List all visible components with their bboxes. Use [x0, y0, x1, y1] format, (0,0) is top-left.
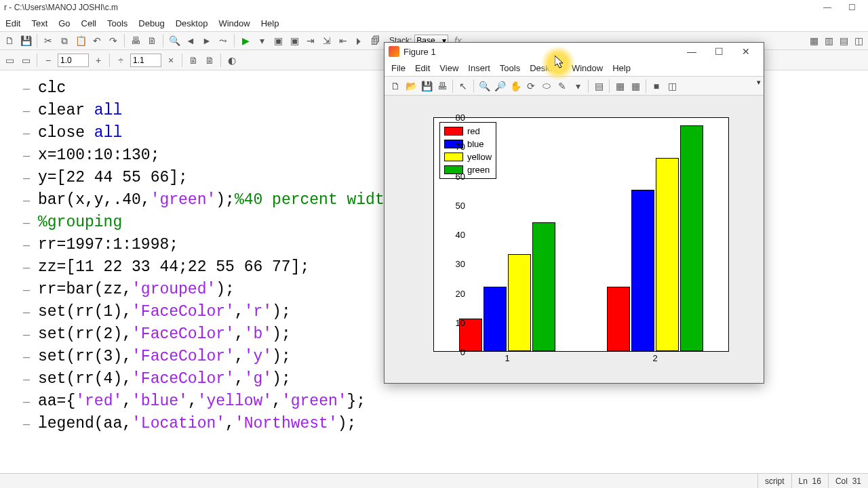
menu-debug[interactable]: Debug	[138, 18, 164, 28]
bar-green[interactable]	[532, 222, 555, 351]
divide-icon[interactable]: ÷	[114, 54, 127, 67]
goto-icon[interactable]: ⤳	[216, 34, 230, 47]
ytick: 20	[448, 288, 465, 298]
find-icon[interactable]: 🔍	[167, 34, 181, 47]
brush-icon[interactable]: ✎	[555, 79, 569, 93]
bar-blue[interactable]	[631, 190, 654, 351]
menu-go[interactable]: Go	[58, 18, 70, 28]
colorbar-icon[interactable]: ▤	[592, 79, 606, 93]
matlab-icon	[389, 46, 399, 57]
fig-open-icon[interactable]: 📂	[404, 79, 418, 93]
print-preview-icon[interactable]: 🗎	[145, 34, 159, 47]
menu-window[interactable]: Window	[218, 18, 250, 28]
axes-props-icon[interactable]: ▦	[629, 79, 642, 93]
pan-icon[interactable]: ✋	[509, 79, 522, 93]
bar-blue[interactable]	[484, 287, 507, 351]
ytick: 10	[448, 317, 465, 327]
copy-icon[interactable]: ⧉	[58, 34, 71, 47]
bar-green[interactable]	[680, 125, 703, 351]
bar-yellow[interactable]	[656, 158, 679, 351]
zoom-in-icon[interactable]: 🔍	[477, 79, 491, 93]
print-icon[interactable]: 🖶	[129, 34, 142, 47]
menu-tools[interactable]: Tools	[107, 18, 127, 28]
legend-item-yellow[interactable]: yellow	[444, 150, 492, 163]
times-icon[interactable]: ×	[164, 54, 178, 67]
run-section-icon[interactable]: ▣	[271, 34, 285, 47]
data-cursor-icon[interactable]: ⬭	[540, 79, 553, 93]
stack-icon[interactable]: 🗐	[369, 34, 382, 47]
fig-chevron-icon[interactable]: ▾	[757, 78, 761, 87]
main-titlebar: r - C:\Users\MANOJ JOSHI\c.m — ☐	[0, 0, 868, 15]
layout-3-icon[interactable]: ▤	[837, 34, 850, 47]
plot-area: redblueyellowgreen 01020304050607080 12	[384, 96, 764, 383]
bar-yellow[interactable]	[508, 254, 531, 351]
fig-new-icon[interactable]: 🗋	[389, 79, 402, 93]
menu-desktop[interactable]: Desktop	[176, 18, 208, 28]
ytick: 30	[448, 259, 465, 269]
fig-minimize-button[interactable]: —	[678, 44, 705, 59]
status-col: Col 31	[828, 474, 868, 488]
bar-red[interactable]	[607, 287, 630, 351]
layout-1-icon[interactable]: ▦	[807, 34, 821, 47]
main-menubar: EditTextGoCellToolsDebugDesktopWindowHel…	[0, 15, 868, 31]
ytick: 80	[448, 113, 465, 123]
step-icon[interactable]: ⇲	[320, 34, 334, 47]
menu-text[interactable]: Text	[31, 18, 47, 28]
run-icon[interactable]: ▶	[239, 34, 252, 47]
menu-edit[interactable]: Edit	[5, 18, 20, 28]
profiler-icon[interactable]: ◐	[225, 54, 239, 67]
cut-icon[interactable]: ✂	[41, 34, 55, 47]
redo-icon[interactable]: ↷	[106, 34, 120, 47]
publish-settings-icon[interactable]: 🗎	[203, 54, 216, 67]
figure-window[interactable]: Figure 1 — ☐ ✕ FileEditViewInsertToolsDe…	[384, 42, 764, 384]
fig-save-icon[interactable]: 💾	[420, 79, 433, 93]
figmenu-file[interactable]: File	[391, 63, 406, 73]
nav-back-icon[interactable]: ◄	[184, 34, 197, 47]
figmenu-desktop[interactable]: Desktop	[530, 63, 562, 73]
save-icon[interactable]: 💾	[19, 34, 33, 47]
step-out-icon[interactable]: ⇤	[336, 34, 350, 47]
show-tools-icon[interactable]: ◫	[665, 79, 679, 93]
cell-next-icon[interactable]: ▭	[19, 54, 33, 67]
legend-item-red[interactable]: red	[444, 125, 492, 138]
paste-icon[interactable]: 📋	[74, 34, 87, 47]
figmenu-insert[interactable]: Insert	[468, 63, 490, 73]
breakpoint-clear-icon[interactable]: ▣	[288, 34, 301, 47]
figmenu-edit[interactable]: Edit	[415, 63, 430, 73]
cell-prev-icon[interactable]: ▭	[3, 54, 16, 67]
plus-icon[interactable]: +	[92, 54, 105, 67]
zoom-box-2[interactable]: 1.1	[130, 54, 161, 67]
zoom-out-icon[interactable]: 🔎	[493, 79, 507, 93]
fig-close-button[interactable]: ✕	[732, 44, 760, 59]
dock-icon[interactable]: ◫	[852, 34, 865, 47]
axes[interactable]: redblueyellowgreen	[433, 117, 729, 352]
publish-icon[interactable]: 🗎	[186, 54, 200, 67]
statusbar: script Ln 16 Col 31	[0, 473, 868, 488]
legend-icon[interactable]: ▦	[613, 79, 627, 93]
new-icon[interactable]: 🗋	[3, 34, 16, 47]
zoom-box-1[interactable]: 1.0	[58, 54, 89, 67]
menu-help[interactable]: Help	[261, 18, 279, 28]
continue-icon[interactable]: ⏵	[353, 34, 366, 47]
maximize-button[interactable]: ☐	[840, 1, 864, 14]
figmenu-window[interactable]: Window	[572, 63, 603, 73]
minimize-button[interactable]: —	[815, 1, 840, 14]
title-path: r - C:\Users\MANOJ JOSHI\c.m	[4, 3, 118, 12]
menu-cell[interactable]: Cell	[81, 18, 96, 28]
step-in-icon[interactable]: ⇥	[304, 34, 317, 47]
figure-titlebar[interactable]: Figure 1 — ☐ ✕	[384, 43, 764, 60]
hide-tools-icon[interactable]: ■	[650, 79, 663, 93]
rotate-icon[interactable]: ⟳	[524, 79, 538, 93]
figmenu-view[interactable]: View	[439, 63, 458, 73]
undo-icon[interactable]: ↶	[90, 34, 104, 47]
fig-maximize-button[interactable]: ☐	[705, 44, 732, 59]
pointer-icon[interactable]: ↖	[456, 79, 470, 93]
dropdown-icon[interactable]: ▾	[255, 34, 269, 47]
layout-2-icon[interactable]: ▥	[822, 34, 835, 47]
link-icon[interactable]: ▾	[571, 79, 585, 93]
figmenu-tools[interactable]: Tools	[500, 63, 520, 73]
minus-icon[interactable]: −	[41, 54, 55, 67]
figmenu-help[interactable]: Help	[612, 63, 631, 73]
nav-fwd-icon[interactable]: ►	[200, 34, 214, 47]
fig-print-icon[interactable]: 🖶	[435, 79, 449, 93]
